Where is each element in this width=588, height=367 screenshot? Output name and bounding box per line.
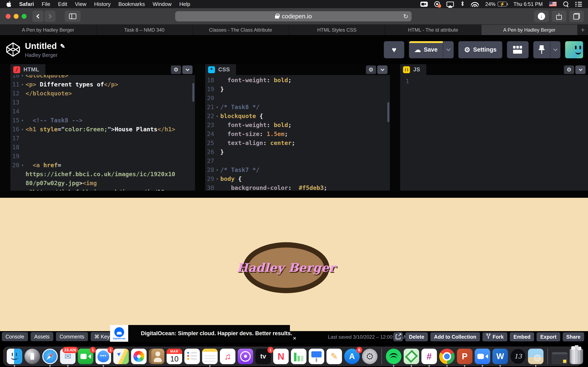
fold-arrow-icon[interactable]: ▾ bbox=[19, 75, 26, 80]
tab-overview-button[interactable] bbox=[569, 11, 584, 22]
settings-button[interactable]: ⚙ Settings bbox=[458, 41, 502, 58]
menu-item-safari[interactable]: Safari bbox=[19, 1, 34, 7]
html-panel-tab[interactable]: / HTML bbox=[10, 64, 45, 75]
pin-button[interactable] bbox=[533, 41, 550, 58]
apple-logo-icon[interactable] bbox=[6, 1, 11, 7]
screen-recording-icon[interactable] bbox=[420, 2, 428, 7]
footer-button-embed[interactable]: Embed bbox=[510, 332, 534, 341]
menu-item-bookmarks[interactable]: Bookmarks bbox=[118, 1, 145, 7]
fold-arrow-icon[interactable]: ▾ bbox=[19, 116, 26, 125]
safari-tab[interactable]: Task 8 – NMD 340 bbox=[96, 25, 193, 35]
css-scrollbar-thumb[interactable] bbox=[387, 102, 389, 122]
battery-status[interactable]: 24% ⚡ bbox=[485, 1, 507, 7]
html-settings-button[interactable]: ⚙ bbox=[171, 66, 181, 74]
fold-arrow-icon[interactable]: ▾ bbox=[19, 161, 26, 170]
footer-button-comments[interactable]: Comments bbox=[56, 332, 88, 341]
footer-button-add-to-collection[interactable]: Add to Collection bbox=[430, 332, 480, 341]
new-tab-button[interactable]: + bbox=[578, 25, 588, 35]
menu-item-history[interactable]: History bbox=[94, 1, 111, 7]
open-in-new-window-button[interactable] bbox=[393, 332, 403, 341]
dock-item-calendar[interactable]: MAR10 bbox=[167, 349, 182, 364]
audio-status-icon[interactable] bbox=[434, 1, 440, 7]
codepen-logo-icon[interactable] bbox=[6, 42, 20, 58]
forward-button[interactable] bbox=[44, 11, 56, 22]
menu-item-window[interactable]: Window bbox=[153, 1, 172, 7]
dock-item-contacts[interactable] bbox=[149, 349, 164, 364]
css-code-editor[interactable]: 18 font-weight: bold;19}2021▾/* Task8 */… bbox=[205, 75, 390, 191]
spotlight-search-icon[interactable] bbox=[563, 1, 569, 7]
fold-arrow-icon[interactable]: ▾ bbox=[214, 103, 220, 111]
menu-item-help[interactable]: Help bbox=[179, 1, 190, 7]
dock-item-finder[interactable] bbox=[7, 349, 22, 364]
dock-item-app13[interactable]: 13 bbox=[510, 349, 526, 364]
edit-title-icon[interactable]: ✎ bbox=[60, 43, 65, 50]
dock-item-keynote[interactable] bbox=[309, 349, 324, 364]
dock-item-notes[interactable] bbox=[202, 349, 218, 364]
airplay-icon[interactable] bbox=[447, 2, 454, 7]
js-settings-button[interactable]: ⚙ bbox=[564, 66, 574, 74]
footer-button-share[interactable]: Share bbox=[563, 332, 584, 341]
dock-item-trash[interactable] bbox=[570, 349, 583, 364]
wifi-icon[interactable] bbox=[471, 1, 479, 7]
reload-icon[interactable]: ↻ bbox=[403, 13, 408, 20]
save-button[interactable]: ☁ Save bbox=[409, 41, 443, 58]
user-avatar[interactable] bbox=[565, 41, 583, 58]
editor-preview-divider[interactable] bbox=[0, 191, 588, 198]
safari-tab[interactable]: A Pen by Hadley Berger bbox=[0, 25, 96, 35]
share-button[interactable] bbox=[552, 11, 566, 22]
dock-item-window-min[interactable] bbox=[552, 349, 567, 364]
footer-button-export[interactable]: Export bbox=[536, 332, 560, 341]
fold-arrow-icon[interactable]: ▾ bbox=[19, 125, 26, 134]
menu-item-edit[interactable]: Edit bbox=[58, 1, 67, 7]
input-source-flag-icon[interactable] bbox=[549, 2, 557, 7]
dock-item-sysprefs[interactable]: ⚙ bbox=[362, 349, 378, 364]
dock-item-slack[interactable]: # bbox=[421, 349, 437, 364]
dock-item-word[interactable]: W bbox=[493, 349, 508, 364]
bluetooth-icon[interactable] bbox=[460, 1, 465, 8]
js-code-editor[interactable]: 1 bbox=[400, 75, 588, 191]
dock-item-podcasts[interactable] bbox=[238, 349, 253, 364]
sidebar-toggle-button[interactable] bbox=[65, 11, 81, 22]
dock-item-tv[interactable]: tv1 bbox=[255, 349, 271, 364]
fold-arrow-icon[interactable]: ▾ bbox=[19, 80, 26, 89]
dock-item-music[interactable]: ♫ bbox=[220, 349, 235, 364]
html-collapse-button[interactable] bbox=[182, 66, 192, 74]
safari-tab-active[interactable]: A Pen by Hadley Berger bbox=[481, 25, 578, 35]
dock-item-powerpoint[interactable]: P bbox=[457, 349, 472, 364]
dock-item-numbers[interactable] bbox=[291, 349, 306, 364]
dock-item-zoom[interactable] bbox=[475, 349, 490, 364]
back-button[interactable] bbox=[33, 11, 43, 22]
dock-item-photos[interactable] bbox=[131, 349, 147, 364]
dock-item-news[interactable]: N bbox=[273, 349, 289, 364]
menu-item-view[interactable]: View bbox=[75, 1, 86, 7]
dock-item-sims[interactable] bbox=[404, 349, 419, 364]
html-scrollbar-thumb[interactable] bbox=[192, 83, 194, 102]
dock-item-safari[interactable] bbox=[42, 349, 58, 364]
dock-item-reminders[interactable] bbox=[184, 349, 200, 364]
dock-item-preview[interactable] bbox=[528, 349, 544, 364]
dock-item-pages[interactable]: ✎ bbox=[327, 349, 342, 364]
dock-item-launchpad[interactable] bbox=[25, 349, 40, 364]
safari-tab[interactable]: Classes - The Class Attribute bbox=[192, 25, 289, 35]
dock-item-mail[interactable]: ✉23,426 bbox=[60, 349, 76, 364]
dock-item-messages[interactable]: •••1 bbox=[95, 349, 111, 364]
save-options-button[interactable] bbox=[443, 41, 454, 58]
menu-clock[interactable]: Thu 6:51 PM bbox=[513, 1, 543, 7]
fold-arrow-icon[interactable]: ▾ bbox=[214, 174, 220, 183]
control-center-icon[interactable] bbox=[575, 2, 582, 7]
close-window-button[interactable] bbox=[6, 14, 11, 19]
js-panel-tab[interactable]: () JS bbox=[400, 64, 426, 75]
delete-button[interactable]: Delete bbox=[405, 332, 428, 341]
safari-tab[interactable]: HTML Styles CSS bbox=[289, 25, 385, 35]
footer-button-fork[interactable]: Fork bbox=[483, 332, 507, 341]
fold-arrow-icon[interactable]: ▾ bbox=[214, 111, 220, 120]
footer-button-assets[interactable]: Assets bbox=[31, 332, 53, 341]
js-collapse-button[interactable] bbox=[575, 66, 586, 74]
downloads-button[interactable]: ↓ bbox=[534, 11, 549, 22]
html-code-editor[interactable]: 10▾<blockquote>11▾<p> Different types of… bbox=[10, 75, 195, 191]
like-button[interactable]: ♥ bbox=[384, 41, 404, 58]
ad-banner[interactable]: DigitalOcean: Simpler cloud. Happier dev… bbox=[128, 325, 290, 342]
dock-item-maps[interactable] bbox=[113, 349, 129, 364]
address-bar[interactable]: codepen.io ↻ bbox=[175, 11, 412, 21]
css-settings-button[interactable]: ⚙ bbox=[366, 66, 376, 74]
